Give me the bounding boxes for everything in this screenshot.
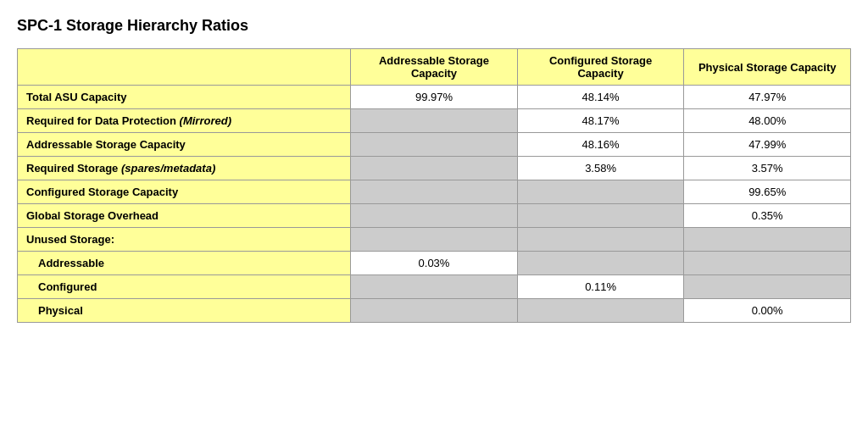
cell-configured: [517, 252, 684, 275]
row-label-cell: Unused Storage:: [18, 228, 351, 252]
table-row: Physical0.00%: [18, 299, 851, 323]
cell-addressable: [351, 204, 518, 228]
row-label-cell: Global Storage Overhead: [18, 204, 351, 228]
cell-configured: 3.58%: [517, 157, 684, 180]
table-row: Configured0.11%: [18, 275, 851, 299]
cell-configured: 48.14%: [517, 86, 684, 109]
table-row: Global Storage Overhead0.35%: [18, 204, 851, 228]
table-row: Addressable0.03%: [18, 252, 851, 275]
cell-configured: [517, 299, 684, 323]
table-row: Unused Storage:: [18, 228, 851, 252]
col-header-label: [18, 49, 351, 86]
cell-addressable: [351, 180, 518, 204]
cell-physical: 0.35%: [684, 204, 851, 228]
row-label-cell: Addressable Storage Capacity: [18, 133, 351, 157]
storage-hierarchy-table: Addressable Storage Capacity Configured …: [17, 48, 851, 323]
page-title: SPC-1 Storage Hierarchy Ratios: [17, 17, 851, 35]
cell-configured: [517, 228, 684, 252]
table-row: Total ASU Capacity99.97%48.14%47.97%: [18, 86, 851, 109]
row-label-cell: Total ASU Capacity: [18, 86, 351, 109]
cell-physical: 3.57%: [684, 157, 851, 180]
cell-physical: 0.00%: [684, 299, 851, 323]
cell-physical: 47.97%: [684, 86, 851, 109]
cell-physical: 48.00%: [684, 109, 851, 133]
row-label-cell: Configured: [18, 275, 351, 299]
row-label-cell: Required for Data Protection (Mirrored): [18, 109, 351, 133]
cell-addressable: [351, 275, 518, 299]
col-header-physical: Physical Storage Capacity: [684, 49, 851, 86]
table-row: Configured Storage Capacity99.65%: [18, 180, 851, 204]
table-header-row: Addressable Storage Capacity Configured …: [18, 49, 851, 86]
cell-addressable: [351, 299, 518, 323]
table-row: Required for Data Protection (Mirrored)4…: [18, 109, 851, 133]
row-label-cell: Configured Storage Capacity: [18, 180, 351, 204]
col-header-configured: Configured Storage Capacity: [517, 49, 684, 86]
cell-addressable: [351, 228, 518, 252]
cell-addressable: 0.03%: [351, 252, 518, 275]
cell-configured: 0.11%: [517, 275, 684, 299]
cell-physical: [684, 275, 851, 299]
cell-addressable: [351, 133, 518, 157]
row-label-cell: Physical: [18, 299, 351, 323]
cell-configured: 48.17%: [517, 109, 684, 133]
cell-configured: [517, 180, 684, 204]
cell-addressable: 99.97%: [351, 86, 518, 109]
cell-configured: 48.16%: [517, 133, 684, 157]
cell-addressable: [351, 157, 518, 180]
cell-physical: 99.65%: [684, 180, 851, 204]
cell-configured: [517, 204, 684, 228]
row-label-cell: Required Storage (spares/metadata): [18, 157, 351, 180]
cell-physical: [684, 252, 851, 275]
col-header-addressable: Addressable Storage Capacity: [351, 49, 518, 86]
cell-physical: 47.99%: [684, 133, 851, 157]
cell-addressable: [351, 109, 518, 133]
row-label-cell: Addressable: [18, 252, 351, 275]
table-row: Addressable Storage Capacity48.16%47.99%: [18, 133, 851, 157]
table-row: Required Storage (spares/metadata)3.58%3…: [18, 157, 851, 180]
cell-physical: [684, 228, 851, 252]
